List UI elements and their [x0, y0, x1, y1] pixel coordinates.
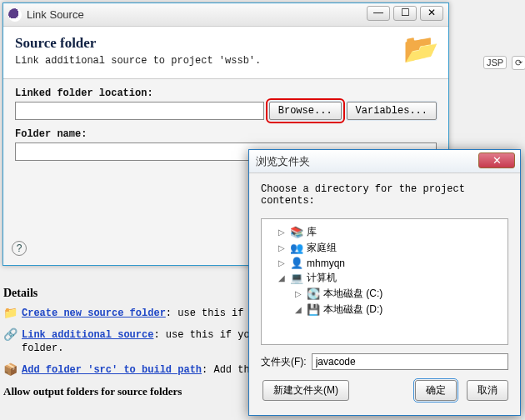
- browse-prompt-text: Choose a directory for the project conte…: [261, 183, 508, 207]
- eclipse-icon: [8, 8, 22, 22]
- disk-icon: 💽: [307, 288, 320, 300]
- collapse-icon[interactable]: ◢: [277, 273, 287, 282]
- bg-btn-jsp: JSP: [483, 56, 507, 69]
- disk-icon: 💾: [307, 303, 320, 316]
- source-folder-heading: Source folder: [15, 35, 437, 52]
- browse-button[interactable]: Browse...: [269, 102, 342, 120]
- folder-field-input[interactable]: [312, 353, 508, 370]
- maximize-button[interactable]: ☐: [393, 6, 417, 21]
- homegroup-icon: 👥: [290, 242, 303, 254]
- minimize-button[interactable]: —: [367, 6, 390, 21]
- expand-icon[interactable]: ▷: [293, 289, 303, 298]
- browse-folder-dialog: 浏览文件夹 ✕ Choose a directory for the proje…: [248, 149, 521, 416]
- close-button[interactable]: ✕: [420, 6, 443, 21]
- dialog2-titlebar[interactable]: 浏览文件夹 ✕: [249, 150, 520, 173]
- expand-icon[interactable]: ▷: [277, 243, 287, 252]
- new-folder-icon: 📁: [3, 307, 17, 320]
- linked-folder-input[interactable]: [15, 102, 264, 120]
- folder-field-label: 文件夹(F):: [261, 355, 307, 369]
- tree-node-disk-d[interactable]: ◢💾本地磁盘 (D:): [265, 302, 504, 318]
- ok-button[interactable]: 确定: [415, 380, 457, 401]
- package-icon: 📦: [3, 363, 17, 377]
- dialog1-header: Source folder Link additional source to …: [3, 27, 448, 79]
- dialog2-title-text: 浏览文件夹: [256, 154, 310, 169]
- library-icon: 📚: [290, 226, 303, 238]
- add-folder-src-link[interactable]: Add folder 'src' to build path: [22, 364, 202, 376]
- expand-icon[interactable]: ▷: [277, 258, 287, 268]
- variables-button[interactable]: Variables...: [347, 102, 437, 120]
- background-toolbar: JSP ⟳ E: [483, 50, 525, 75]
- source-folder-subtext: Link additional source to project 'wssb'…: [15, 55, 437, 67]
- tree-node-homegroup[interactable]: ▷👥家庭组: [265, 240, 504, 256]
- tree-node-disk-c[interactable]: ▷💽本地磁盘 (C:): [265, 286, 504, 302]
- folder-tree[interactable]: ▷📚库 ▷👥家庭组 ▷👤mhmyqn ◢💻计算机 ▷💽本地磁盘 (C:) ◢💾本…: [261, 218, 508, 345]
- dialog2-close-button[interactable]: ✕: [478, 152, 515, 168]
- computer-icon: 💻: [290, 272, 303, 284]
- tree-node-libraries[interactable]: ▷📚库: [265, 224, 504, 240]
- create-new-source-folder-link[interactable]: Create new source folder: [22, 308, 166, 319]
- help-button[interactable]: ?: [12, 241, 27, 256]
- tree-node-computer[interactable]: ◢💻计算机: [265, 270, 504, 286]
- dialog1-title-text: Link Source: [27, 8, 84, 21]
- tree-node-user[interactable]: ▷👤mhmyqn: [265, 256, 504, 270]
- user-icon: 👤: [290, 257, 303, 269]
- folder-name-label: Folder name:: [15, 128, 437, 140]
- expand-icon[interactable]: ▷: [277, 228, 287, 237]
- link-folder-icon: 🔗: [3, 328, 17, 355]
- cancel-button[interactable]: 取消: [467, 380, 508, 401]
- new-folder-button[interactable]: 新建文件夹(M): [262, 380, 349, 401]
- bg-btn-refresh: ⟳: [512, 56, 525, 70]
- linked-folder-label: Linked folder location:: [15, 88, 437, 99]
- dialog1-titlebar[interactable]: Link Source — ☐ ✕: [3, 3, 448, 27]
- collapse-icon[interactable]: ◢: [293, 305, 303, 314]
- folder-package-icon: 📂: [403, 32, 438, 65]
- link-additional-source-link[interactable]: Link additional source: [22, 329, 153, 341]
